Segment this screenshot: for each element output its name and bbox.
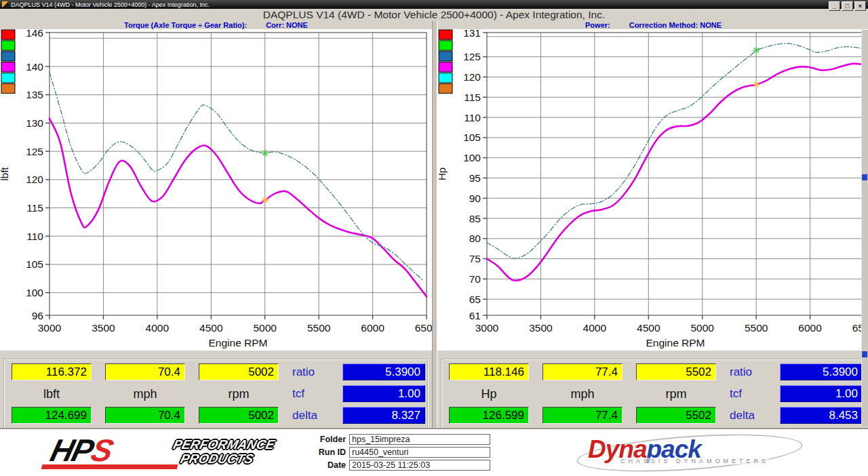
x-tick-label: 5000 bbox=[253, 322, 277, 334]
y-tick-label: 70 bbox=[469, 273, 481, 285]
legend-swatch-6[interactable] bbox=[1, 84, 15, 94]
y-tick-label: 120 bbox=[463, 71, 481, 83]
cursor-value-box[interactable]: 116.372 bbox=[12, 363, 92, 380]
reference-run-curve bbox=[50, 72, 423, 280]
plot-border bbox=[487, 33, 864, 315]
power-chart[interactable]: 1311251201151101051009590858075706561300… bbox=[437, 29, 868, 351]
legend-swatch-4[interactable] bbox=[439, 62, 452, 72]
hps-logo-swoosh bbox=[41, 464, 178, 469]
torque-readout-panel: 116.372lbft124.69970.4mph70.45002rpm5002… bbox=[3, 359, 429, 429]
power-subheader: Power: Correction Method: NONE bbox=[437, 21, 868, 29]
cursor-value-box[interactable]: 5002 bbox=[199, 363, 279, 380]
torque-chart[interactable]: 1461401351301251201151101051009630003500… bbox=[0, 29, 432, 351]
close-button[interactable]: × bbox=[854, 1, 866, 11]
torque-subheader: Torque (Axle Torque ÷ Gear Ratio): Corr:… bbox=[0, 21, 432, 29]
current-run-curve bbox=[487, 64, 864, 281]
unit-label: lbft bbox=[12, 387, 92, 401]
y-tick-label: 140 bbox=[26, 61, 43, 73]
stat-value-delta[interactable]: 8.327 bbox=[342, 407, 425, 424]
y-tick-label: 105 bbox=[463, 132, 481, 143]
legend-swatch-4[interactable] bbox=[1, 62, 15, 72]
field-label-date: Date bbox=[298, 460, 346, 470]
x-tick-label: 5500 bbox=[745, 322, 768, 334]
cursor-marker bbox=[753, 47, 760, 54]
legend-swatch-1[interactable] bbox=[439, 30, 452, 39]
legend-swatch-3[interactable] bbox=[1, 52, 15, 61]
y-tick-label: 115 bbox=[464, 92, 481, 103]
legend-swatch-1[interactable] bbox=[1, 30, 15, 39]
field-input-folder[interactable] bbox=[349, 434, 490, 445]
reference-value-box[interactable]: 5002 bbox=[199, 407, 279, 424]
x-tick-label: 5000 bbox=[690, 322, 714, 334]
panel-divider bbox=[432, 21, 437, 429]
background-window-fragment bbox=[862, 174, 867, 180]
power-header-title: Power: bbox=[585, 21, 610, 29]
stat-value-tcf[interactable]: 1.00 bbox=[342, 385, 425, 402]
legend-swatch-5[interactable] bbox=[1, 73, 15, 83]
stat-value-ratio[interactable]: 5.3900 bbox=[780, 363, 863, 380]
stat-value-tcf[interactable]: 1.00 bbox=[780, 385, 863, 402]
y-tick-label: 65 bbox=[469, 294, 481, 305]
cursor-value-box[interactable]: 70.4 bbox=[105, 363, 185, 380]
cursor-value-box[interactable]: 118.146 bbox=[449, 363, 529, 380]
legend-swatch-5[interactable] bbox=[439, 73, 452, 83]
y-tick-label: 115 bbox=[26, 202, 43, 214]
stat-label-tcf: tcf bbox=[292, 387, 304, 401]
x-tick-label: 4500 bbox=[637, 322, 660, 334]
legend-swatch-6[interactable] bbox=[439, 84, 452, 94]
legend-swatch-3[interactable] bbox=[439, 52, 452, 61]
cursor-value-box[interactable]: 77.4 bbox=[542, 363, 623, 380]
field-row: Date bbox=[298, 460, 490, 471]
y-tick-label: 135 bbox=[26, 89, 43, 100]
stat-label-tcf: tcf bbox=[730, 387, 742, 401]
x-tick-label: 6500 bbox=[415, 322, 432, 334]
window-controls: _ □ × bbox=[829, 1, 866, 11]
y-tick-label: 75 bbox=[469, 253, 481, 264]
x-tick-label: 4000 bbox=[583, 322, 607, 334]
stat-label-delta: delta bbox=[730, 409, 755, 422]
stat-label-delta: delta bbox=[292, 409, 317, 422]
power-readout-panel: 118.146Hp126.59977.4mph77.45502rpm5502ra… bbox=[441, 359, 866, 429]
minimize-button[interactable]: _ bbox=[829, 1, 840, 11]
background-window-edge bbox=[861, 30, 868, 427]
window-title: DAQPLUS V14 (4WD - Motor Vehicle 2500+40… bbox=[11, 1, 210, 8]
y-tick-label: 85 bbox=[469, 213, 481, 224]
restore-button[interactable]: □ bbox=[842, 1, 853, 11]
y-tick-label: 130 bbox=[26, 117, 43, 129]
stat-value-ratio[interactable]: 5.3900 bbox=[342, 363, 425, 380]
stat-value-delta[interactable]: 8.453 bbox=[780, 407, 863, 424]
field-label-folder: Folder bbox=[298, 435, 346, 444]
field-label-run-id: Run ID bbox=[298, 448, 346, 457]
cursor-value-box[interactable]: 5502 bbox=[636, 363, 716, 380]
field-row: Folder bbox=[298, 434, 490, 445]
y-tick-label: 61 bbox=[469, 310, 481, 321]
x-tick-label: 6000 bbox=[361, 322, 384, 334]
cursor-marker bbox=[753, 81, 760, 88]
stat-label-ratio: ratio bbox=[292, 365, 315, 379]
y-axis-label: Hp bbox=[437, 167, 448, 180]
legend-swatch-2[interactable] bbox=[1, 41, 15, 50]
unit-label: rpm bbox=[199, 387, 279, 401]
y-tick-label: 80 bbox=[469, 233, 481, 244]
x-tick-label: 4000 bbox=[146, 322, 170, 334]
legend-swatch-2[interactable] bbox=[439, 41, 452, 50]
field-input-date[interactable] bbox=[349, 460, 490, 471]
background-window-fragment bbox=[862, 351, 867, 357]
power-panel: Power: Correction Method: NONE 131125120… bbox=[437, 21, 868, 429]
dynapack-logo-subtitle: CHASSIS DYNAMOMETERS bbox=[620, 458, 769, 464]
y-tick-label: 90 bbox=[469, 193, 481, 204]
reference-value-box[interactable]: 5502 bbox=[636, 407, 716, 424]
hps-logo-text: PERFORMANCE PRODUCTS bbox=[168, 437, 276, 466]
x-tick-label: 5500 bbox=[307, 322, 331, 334]
y-tick-label: 146 bbox=[26, 29, 43, 39]
field-input-run-id[interactable] bbox=[349, 447, 490, 458]
y-tick-label: 96 bbox=[32, 310, 43, 321]
x-tick-label: 3000 bbox=[475, 322, 499, 334]
reference-value-box[interactable]: 124.699 bbox=[12, 407, 92, 424]
reference-value-box[interactable]: 126.599 bbox=[449, 407, 529, 424]
y-tick-label: 100 bbox=[463, 152, 481, 163]
reference-value-box[interactable]: 77.4 bbox=[542, 407, 623, 424]
window-titlebar: DAQPLUS V14 (4WD - Motor Vehicle 2500+40… bbox=[0, 0, 868, 9]
reference-value-box[interactable]: 70.4 bbox=[105, 407, 185, 424]
y-tick-label: 125 bbox=[463, 51, 481, 62]
